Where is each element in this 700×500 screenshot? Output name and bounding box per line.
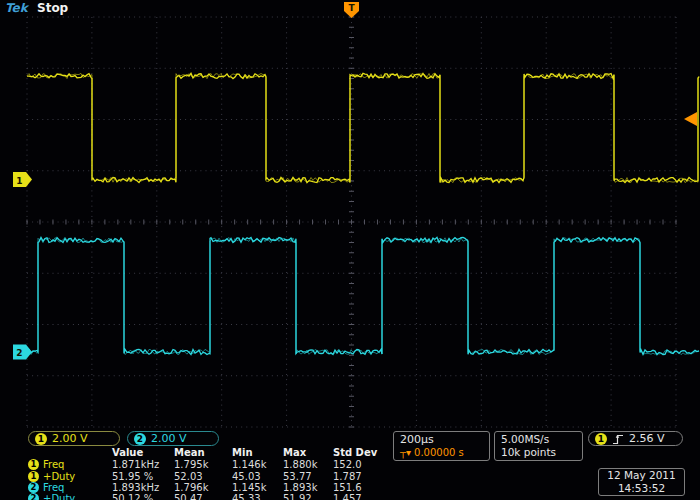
meas-ch-badge: 2 — [28, 482, 39, 493]
meas-min: 1.145k — [232, 482, 283, 493]
meas-stddev: 152.0 — [333, 459, 390, 470]
measurement-row: 1 Freq 1.871kHz 1.795k 1.146k 1.880k 152… — [28, 459, 390, 470]
meas-stddev: 1.457 — [333, 493, 390, 500]
trigger-source-badge: 1 — [595, 433, 607, 445]
ch1-scale-readout[interactable]: 1 2.00 V — [28, 431, 120, 446]
time-value: 14:53:52 — [599, 482, 684, 495]
timebase-scale: 200µs — [400, 433, 483, 447]
col-min: Min — [232, 447, 283, 458]
measurement-header-row: Value Mean Min Max Std Dev — [28, 447, 390, 458]
meas-ch-badge: 1 — [28, 459, 39, 470]
meas-name: Freq — [43, 459, 64, 470]
meas-mean: 50.47 — [174, 493, 232, 500]
ch2-trace — [27, 238, 699, 355]
measurement-row: 1 +Duty 51.95 % 52.03 45.03 53.77 1.787 — [28, 471, 390, 482]
waveform-traces — [27, 73, 699, 354]
measurement-row: 2 Freq 1.893kHz 1.796k 1.145k 1.893k 151… — [28, 482, 390, 493]
meas-mean: 1.795k — [174, 459, 232, 470]
col-value: Value — [112, 447, 174, 458]
trigger-readout[interactable]: 1 2.56 V — [588, 431, 683, 446]
datetime-readout: 12 May 2011 14:53:52 — [598, 468, 685, 496]
timebase-position: 0.00000 s — [414, 447, 464, 459]
meas-name: Freq — [43, 482, 64, 493]
measurement-row: 2 +Duty 50.12 % 50.47 45.33 51.92 1.457 — [28, 493, 390, 500]
meas-mean: 52.03 — [174, 471, 232, 482]
meas-value: 1.893kHz — [112, 482, 174, 493]
meas-max: 1.893k — [283, 482, 333, 493]
col-mean: Mean — [174, 447, 232, 458]
meas-value: 50.12 % — [112, 493, 174, 500]
ch2-trace — [27, 237, 699, 354]
acquisition-readout[interactable]: 5.00MS/s 10k points — [494, 431, 583, 461]
ch2-ground-label: 2 — [16, 348, 22, 358]
meas-ch-badge: 1 — [28, 471, 39, 482]
trigger-level-value: 2.56 V — [629, 432, 665, 445]
ch1-scale-value: 2.00 V — [52, 432, 88, 445]
meas-mean: 1.796k — [174, 482, 232, 493]
meas-stddev: 151.6 — [333, 482, 390, 493]
meas-max: 53.77 — [283, 471, 333, 482]
meas-max: 1.880k — [283, 459, 333, 470]
meas-min: 45.33 — [232, 493, 283, 500]
rising-edge-icon — [612, 433, 624, 445]
meas-min: 45.03 — [232, 471, 283, 482]
meas-min: 1.146k — [232, 459, 283, 470]
ch1-trace — [27, 73, 699, 182]
col-max: Max — [283, 447, 333, 458]
record-length: 10k points — [501, 446, 576, 459]
meas-name: +Duty — [43, 471, 75, 482]
date-value: 12 May 2011 — [599, 469, 684, 482]
oscilloscope-screen: Tek Stop T 1 2 1 2.00 V 2 2.00 V 200µs ┬… — [0, 0, 700, 500]
meas-name: +Duty — [43, 493, 75, 500]
ch2-scale-value: 2.00 V — [151, 432, 187, 445]
ch1-trace — [27, 73, 699, 182]
ch1-ground-label: 1 — [16, 176, 22, 186]
ch2-scale-readout[interactable]: 2 2.00 V — [127, 431, 219, 446]
trigger-position-label: T — [348, 3, 355, 13]
timebase-readout[interactable]: 200µs ┬▾ 0.00000 s — [393, 431, 490, 461]
meas-max: 51.92 — [283, 493, 333, 500]
ch1-badge: 1 — [35, 433, 47, 445]
ch2-badge: 2 — [134, 433, 146, 445]
col-stddev: Std Dev — [333, 447, 390, 458]
sample-rate: 5.00MS/s — [501, 433, 576, 446]
meas-value: 1.871kHz — [112, 459, 174, 470]
meas-value: 51.95 % — [112, 471, 174, 482]
meas-ch-badge: 2 — [28, 493, 39, 500]
graticule-and-waveforms: T 1 2 — [0, 0, 700, 430]
meas-stddev: 1.787 — [333, 471, 390, 482]
trigger-level-marker[interactable] — [684, 112, 697, 126]
trigger-position-icon: ┬▾ — [400, 447, 411, 459]
